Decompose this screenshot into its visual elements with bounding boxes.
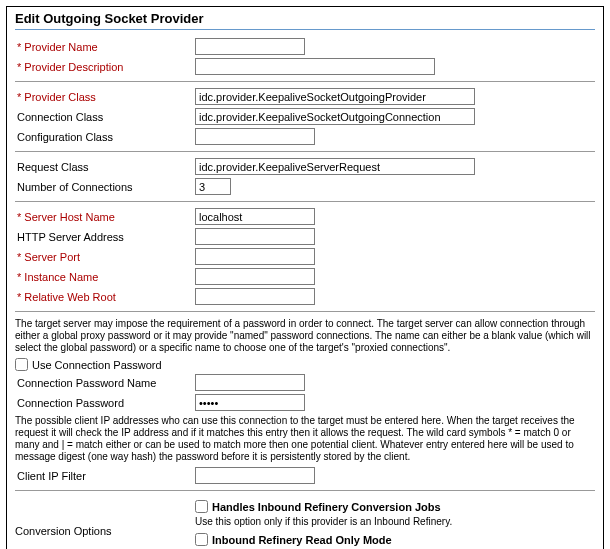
readonly-mode-checkbox[interactable] — [195, 533, 208, 546]
server-host-label: * Server Host Name — [15, 211, 195, 223]
separator — [15, 201, 595, 202]
form-frame: Edit Outgoing Socket Provider * Provider… — [6, 6, 604, 549]
use-connection-password-checkbox[interactable] — [15, 358, 28, 371]
page-title: Edit Outgoing Socket Provider — [15, 11, 595, 30]
request-class-input[interactable] — [195, 158, 475, 175]
handles-inbound-label: Handles Inbound Refinery Conversion Jobs — [212, 501, 441, 513]
configuration-class-label: Configuration Class — [15, 131, 195, 143]
provider-name-label: * Provider Name — [15, 41, 195, 53]
readonly-mode-label: Inbound Refinery Read Only Mode — [212, 534, 392, 546]
connection-password-input[interactable] — [195, 394, 305, 411]
instance-name-input[interactable] — [195, 268, 315, 285]
provider-class-input[interactable] — [195, 88, 475, 105]
http-server-address-label: HTTP Server Address — [15, 231, 195, 243]
provider-class-label: * Provider Class — [15, 91, 195, 103]
connection-class-label: Connection Class — [15, 111, 195, 123]
instance-name-label: * Instance Name — [15, 271, 195, 283]
provider-description-input[interactable] — [195, 58, 435, 75]
separator — [15, 311, 595, 312]
relative-web-root-input[interactable] — [195, 288, 315, 305]
handles-inbound-desc: Use this option only if this provider is… — [195, 516, 595, 528]
server-host-input[interactable] — [195, 208, 315, 225]
separator — [15, 151, 595, 152]
num-connections-input[interactable] — [195, 178, 231, 195]
handles-inbound-checkbox[interactable] — [195, 500, 208, 513]
client-ip-filter-label: Client IP Filter — [15, 470, 195, 482]
connection-password-name-input[interactable] — [195, 374, 305, 391]
conversion-options-label: Conversion Options — [15, 497, 195, 549]
use-connection-password-label: Use Connection Password — [32, 359, 162, 371]
connection-password-label: Connection Password — [15, 397, 195, 409]
client-ip-filter-input[interactable] — [195, 467, 315, 484]
request-class-label: Request Class — [15, 161, 195, 173]
server-port-input[interactable] — [195, 248, 315, 265]
configuration-class-input[interactable] — [195, 128, 315, 145]
connection-class-input[interactable] — [195, 108, 475, 125]
http-server-address-input[interactable] — [195, 228, 315, 245]
provider-name-input[interactable] — [195, 38, 305, 55]
relative-web-root-label: * Relative Web Root — [15, 291, 195, 303]
server-port-label: * Server Port — [15, 251, 195, 263]
separator — [15, 81, 595, 82]
separator — [15, 490, 595, 491]
proxy-description: The target server may impose the require… — [15, 318, 595, 354]
ipfilter-description: The possible client IP addresses who can… — [15, 415, 595, 463]
connection-password-name-label: Connection Password Name — [15, 377, 195, 389]
num-connections-label: Number of Connections — [15, 181, 195, 193]
provider-description-label: * Provider Description — [15, 61, 195, 73]
